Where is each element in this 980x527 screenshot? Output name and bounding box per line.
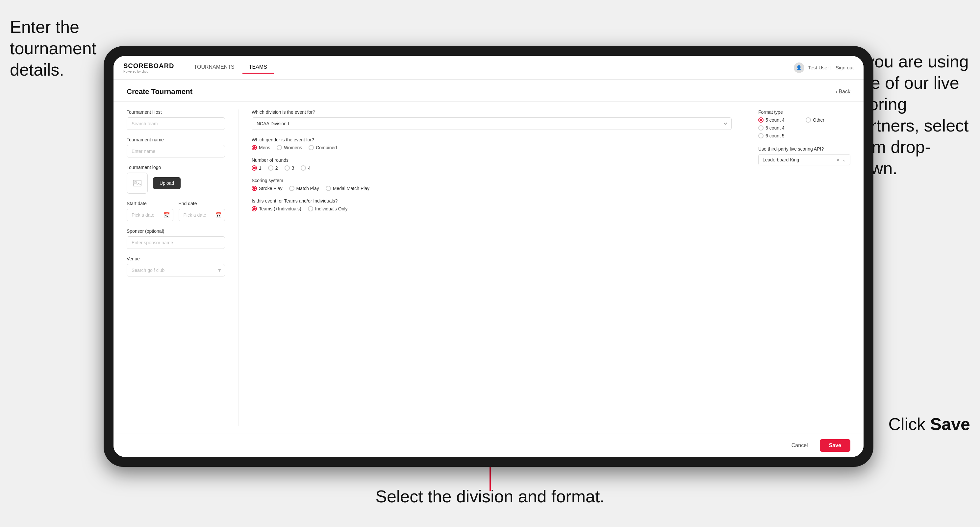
scoring-medal-label: Medal Match Play bbox=[333, 186, 369, 191]
gender-mens[interactable]: Mens bbox=[252, 145, 270, 150]
sponsor-input[interactable] bbox=[127, 237, 225, 249]
sponsor-label: Sponsor (optional) bbox=[127, 229, 225, 234]
format-5c4[interactable]: 5 count 4 bbox=[758, 117, 803, 123]
format-other[interactable]: Other bbox=[806, 117, 850, 123]
scoring-medal[interactable]: Medal Match Play bbox=[326, 186, 369, 191]
venue-group: Venue ▼ bbox=[127, 256, 225, 276]
logo-upload-area: Upload bbox=[127, 173, 225, 194]
format-6c5-label: 6 count 5 bbox=[765, 133, 784, 138]
gender-womens[interactable]: Womens bbox=[277, 145, 302, 150]
radio-r3 bbox=[285, 165, 290, 171]
format-other-label: Other bbox=[813, 117, 824, 123]
upload-button[interactable]: Upload bbox=[153, 177, 181, 189]
svg-rect-6 bbox=[133, 180, 141, 186]
back-button[interactable]: ‹ Back bbox=[835, 89, 850, 95]
venue-label: Venue bbox=[127, 256, 225, 261]
format-6c5[interactable]: 6 count 5 bbox=[758, 133, 803, 138]
format-type-group: Format type 5 count 4 Other bbox=[758, 110, 850, 138]
tournament-name-input[interactable] bbox=[127, 145, 225, 157]
name-label: Tournament name bbox=[127, 137, 225, 142]
teams-option[interactable]: Teams (+Individuals) bbox=[252, 206, 301, 211]
scoring-radio-group: Stroke Play Match Play Medal Match Play bbox=[252, 186, 732, 191]
rounds-label: Number of rounds bbox=[252, 157, 732, 163]
nav-logo-title: SCOREBOARD bbox=[123, 62, 174, 70]
live-scoring-select[interactable]: Leaderboard King ✕ ⌄ bbox=[758, 154, 850, 165]
radio-other bbox=[806, 117, 811, 123]
rounds-2[interactable]: 2 bbox=[268, 165, 278, 171]
rounds-4-label: 4 bbox=[308, 165, 310, 171]
individuals-option[interactable]: Individuals Only bbox=[308, 206, 348, 211]
form-col-left: Tournament Host Tournament name Tourname… bbox=[127, 110, 239, 426]
teams-option-label: Teams (+Individuals) bbox=[259, 206, 301, 211]
tournament-host-group: Tournament Host bbox=[127, 110, 225, 130]
radio-stroke bbox=[252, 186, 257, 191]
form-footer: Cancel Save bbox=[113, 433, 864, 457]
radio-r1 bbox=[252, 165, 257, 171]
division-group: Which division is the event for? NCAA Di… bbox=[252, 110, 732, 130]
rounds-2-label: 2 bbox=[275, 165, 278, 171]
radio-mens bbox=[252, 145, 257, 150]
individuals-option-label: Individuals Only bbox=[315, 206, 348, 211]
radio-medal bbox=[326, 186, 331, 191]
nav-right: 👤 Test User | Sign out bbox=[794, 62, 854, 73]
end-date-wrap: 📅 bbox=[179, 209, 225, 221]
gender-womens-label: Womens bbox=[284, 145, 302, 150]
live-scoring-group: Use third-party live scoring API? Leader… bbox=[758, 146, 850, 165]
form-col-right: Format type 5 count 4 Other bbox=[745, 110, 850, 426]
tab-teams[interactable]: TEAMS bbox=[242, 62, 274, 74]
rounds-radio-group: 1 2 3 4 bbox=[252, 165, 732, 171]
tab-tournaments[interactable]: TOURNAMENTS bbox=[187, 62, 241, 74]
teams-group: Is this event for Teams and/or Individua… bbox=[252, 198, 732, 211]
search-team-input[interactable] bbox=[127, 117, 225, 130]
signout-link[interactable]: Sign out bbox=[835, 65, 854, 70]
radio-teams bbox=[252, 206, 257, 211]
format-5c4-label: 5 count 4 bbox=[765, 117, 784, 123]
calendar-icon-2: 📅 bbox=[215, 212, 222, 218]
tablet-device: SCOREBOARD Powered by clipp! TOURNAMENTS… bbox=[103, 46, 873, 467]
rounds-3-label: 3 bbox=[292, 165, 294, 171]
save-button[interactable]: Save bbox=[820, 439, 850, 452]
format-6c4[interactable]: 6 count 4 bbox=[758, 125, 803, 130]
division-select[interactable]: NCAA Division I bbox=[252, 117, 732, 130]
nav-user: Test User | bbox=[808, 65, 832, 70]
nav-logo: SCOREBOARD Powered by clipp! bbox=[123, 62, 174, 73]
clear-icon: ✕ bbox=[836, 157, 840, 162]
logo-label: Tournament logo bbox=[127, 165, 225, 170]
live-scoring-clear[interactable]: ✕ ⌄ bbox=[836, 157, 846, 162]
rounds-3[interactable]: 3 bbox=[285, 165, 294, 171]
end-date-label: End date bbox=[179, 201, 225, 206]
radio-match bbox=[289, 186, 294, 191]
teams-radio-group: Teams (+Individuals) Individuals Only bbox=[252, 206, 732, 211]
nav-tabs: TOURNAMENTS TEAMS bbox=[187, 62, 794, 74]
venue-dropdown-icon: ▼ bbox=[217, 268, 222, 273]
radio-r2 bbox=[268, 165, 274, 171]
rounds-4[interactable]: 4 bbox=[301, 165, 310, 171]
radio-r4 bbox=[301, 165, 306, 171]
gender-mens-label: Mens bbox=[259, 145, 270, 150]
annotation-save: Click Save bbox=[888, 414, 970, 435]
search-golf-club-input[interactable] bbox=[127, 264, 225, 276]
live-scoring-value: Leaderboard King bbox=[762, 157, 799, 162]
dates-group: Start date 📅 End date 📅 bbox=[127, 201, 225, 221]
scoring-group: Scoring system Stroke Play Match Play bbox=[252, 178, 732, 191]
radio-womens bbox=[277, 145, 282, 150]
radio-combined bbox=[309, 145, 314, 150]
sponsor-group: Sponsor (optional) bbox=[127, 229, 225, 249]
live-scoring-label: Use third-party live scoring API? bbox=[758, 146, 850, 152]
cancel-button[interactable]: Cancel bbox=[785, 439, 815, 452]
format-6c4-label: 6 count 4 bbox=[765, 125, 784, 130]
svg-point-7 bbox=[135, 181, 137, 183]
start-date-label: Start date bbox=[127, 201, 173, 206]
rounds-1[interactable]: 1 bbox=[252, 165, 261, 171]
radio-individuals bbox=[308, 206, 313, 211]
gender-label: Which gender is the event for? bbox=[252, 137, 732, 142]
start-date-group: Start date 📅 bbox=[127, 201, 173, 221]
scoring-match[interactable]: Match Play bbox=[289, 186, 319, 191]
gender-combined-label: Combined bbox=[316, 145, 337, 150]
scoring-stroke-label: Stroke Play bbox=[259, 186, 283, 191]
radio-6c5 bbox=[758, 133, 764, 138]
gender-combined[interactable]: Combined bbox=[309, 145, 337, 150]
tournament-name-group: Tournament name bbox=[127, 137, 225, 157]
gender-radio-group: Mens Womens Combined bbox=[252, 145, 732, 150]
scoring-stroke[interactable]: Stroke Play bbox=[252, 186, 283, 191]
